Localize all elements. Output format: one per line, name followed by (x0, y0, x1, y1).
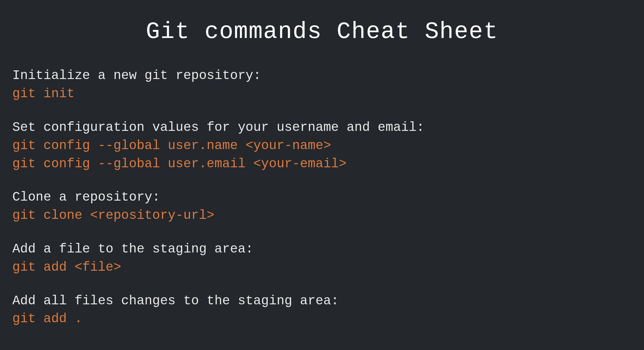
page-title: Git commands Cheat Sheet (12, 15, 632, 48)
command: git add <file> (12, 258, 632, 277)
description: Add all files changes to the staging are… (12, 292, 632, 310)
entry-clone: Clone a repository: git clone <repositor… (12, 188, 632, 225)
command: git config --global user.email <your-ema… (12, 155, 632, 173)
entry-add-all: Add all files changes to the staging are… (12, 292, 632, 328)
entry-init: Initialize a new git repository: git ini… (12, 67, 632, 103)
command: git add . (12, 310, 632, 328)
entry-add-file: Add a file to the staging area: git add … (12, 240, 632, 277)
description: Clone a repository: (12, 188, 632, 206)
command: git init (12, 85, 632, 103)
command: git clone <repository-url> (12, 206, 632, 225)
description: Add a file to the staging area: (12, 240, 632, 258)
description: Initialize a new git repository: (12, 67, 632, 85)
entry-config: Set configuration values for your userna… (12, 119, 632, 173)
description: Set configuration values for your userna… (12, 119, 632, 137)
command: git config --global user.name <your-name… (12, 137, 632, 155)
